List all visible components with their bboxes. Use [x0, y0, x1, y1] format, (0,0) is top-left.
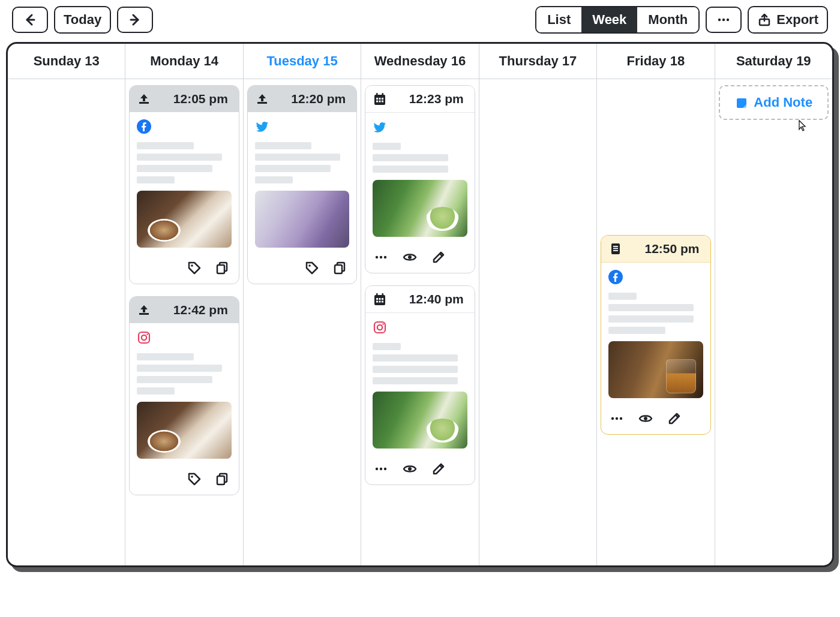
post-text-preview	[608, 293, 703, 334]
post-time: 12:23 pm	[409, 92, 464, 106]
post-card[interactable]: 12:42 pm	[129, 296, 239, 495]
calendar-icon	[373, 92, 387, 106]
dots-icon	[716, 13, 731, 27]
day-header: Sunday 13	[8, 44, 125, 79]
post-thumbnail	[373, 392, 467, 449]
spacer	[601, 85, 710, 223]
day-header: Wednesday 16	[361, 44, 478, 79]
upload-icon	[137, 303, 151, 317]
day-body[interactable]: 12:20 pm	[244, 79, 361, 290]
post-card[interactable]: 12:40 pm	[365, 285, 475, 485]
day-column-sunday: Sunday 13	[8, 44, 125, 565]
post-thumbnail	[255, 191, 349, 248]
arrow-right-icon	[128, 13, 142, 27]
card-body	[601, 263, 710, 405]
copy-button[interactable]	[215, 472, 230, 487]
card-header: 12:40 pm	[365, 286, 474, 313]
more-button[interactable]	[374, 462, 389, 477]
day-body[interactable]: 12:50 pm	[597, 79, 714, 441]
post-time: 12:50 pm	[644, 242, 699, 256]
view-month[interactable]: Month	[637, 7, 698, 32]
card-actions	[365, 244, 474, 273]
twitter-icon	[373, 120, 467, 137]
day-column-friday: Friday 18 12:50 pm	[597, 44, 715, 565]
today-button[interactable]: Today	[54, 6, 111, 34]
day-body[interactable]: 12:23 pm 12:40 pm	[361, 79, 478, 491]
preview-button[interactable]	[403, 250, 418, 266]
post-thumbnail	[373, 180, 467, 237]
post-time: 12:40 pm	[409, 292, 464, 306]
copy-button[interactable]	[332, 261, 348, 276]
upload-icon	[255, 92, 269, 106]
note-icon	[734, 96, 748, 109]
arrow-left-icon	[23, 13, 37, 27]
tag-button[interactable]	[187, 472, 203, 487]
card-body	[365, 113, 474, 244]
card-body	[365, 313, 474, 456]
instagram-icon	[137, 330, 231, 347]
tag-button[interactable]	[187, 261, 203, 276]
more-options-button[interactable]	[706, 7, 742, 33]
preview-button[interactable]	[638, 411, 654, 427]
more-button[interactable]	[374, 250, 389, 266]
card-body	[130, 323, 238, 466]
post-text-preview	[373, 343, 467, 384]
post-thumbnail	[608, 341, 703, 398]
edit-button[interactable]	[431, 462, 447, 477]
post-time: 12:42 pm	[173, 303, 228, 317]
export-icon	[757, 13, 772, 27]
card-header: 12:50 pm	[601, 236, 710, 263]
post-card-draft[interactable]: 12:50 pm	[601, 235, 710, 435]
export-button[interactable]: Export	[748, 6, 828, 34]
edit-button[interactable]	[431, 250, 447, 266]
edit-button[interactable]	[667, 411, 683, 427]
card-header: 12:23 pm	[365, 86, 474, 113]
twitter-icon	[255, 119, 349, 136]
next-week-button[interactable]	[117, 7, 153, 33]
card-actions	[601, 405, 710, 434]
post-text-preview	[373, 143, 467, 173]
add-note-button[interactable]: Add Note	[719, 85, 829, 120]
copy-button[interactable]	[215, 261, 230, 276]
day-body[interactable]	[479, 79, 596, 91]
view-list[interactable]: List	[536, 7, 581, 32]
day-body[interactable]: 12:05 pm 12:42 pm	[125, 79, 242, 501]
card-header: 12:20 pm	[248, 86, 356, 112]
toolbar-right: List Week Month Export	[535, 6, 828, 34]
post-text-preview	[137, 142, 231, 183]
toolbar-left: Today	[12, 6, 153, 34]
tag-button[interactable]	[305, 261, 320, 276]
post-time: 12:05 pm	[173, 92, 228, 106]
post-card[interactable]: 12:20 pm	[247, 85, 357, 284]
post-thumbnail	[137, 191, 231, 248]
card-body	[130, 112, 238, 255]
day-column-tuesday: Tuesday 15 12:20 pm	[244, 44, 361, 565]
post-card[interactable]: 12:23 pm	[365, 85, 475, 273]
day-column-wednesday: Wednesday 16 12:23 pm	[361, 44, 479, 565]
day-body[interactable]: Add Note	[715, 79, 832, 126]
cursor-icon	[794, 119, 807, 132]
view-switcher: List Week Month	[535, 6, 700, 34]
day-column-thursday: Thursday 17	[479, 44, 597, 565]
facebook-icon	[608, 270, 703, 287]
preview-button[interactable]	[403, 462, 418, 477]
add-note-label: Add Note	[754, 95, 812, 110]
facebook-icon	[137, 119, 231, 136]
post-card[interactable]: 12:05 pm	[129, 85, 239, 284]
toolbar: Today List Week Month Export	[6, 6, 834, 42]
day-header: Tuesday 15	[244, 44, 361, 79]
more-button[interactable]	[610, 411, 625, 427]
upload-icon	[137, 92, 151, 106]
card-actions	[365, 456, 474, 484]
view-week[interactable]: Week	[581, 7, 637, 32]
day-header: Monday 14	[125, 44, 242, 79]
instagram-icon	[373, 320, 467, 337]
day-header: Thursday 17	[479, 44, 596, 79]
card-header: 12:42 pm	[130, 297, 238, 323]
post-text-preview	[137, 353, 231, 395]
post-time: 12:20 pm	[291, 92, 346, 106]
export-label: Export	[776, 12, 818, 28]
day-column-saturday: Saturday 19 Add Note	[715, 44, 832, 565]
prev-week-button[interactable]	[12, 7, 48, 33]
day-body[interactable]	[8, 79, 125, 91]
